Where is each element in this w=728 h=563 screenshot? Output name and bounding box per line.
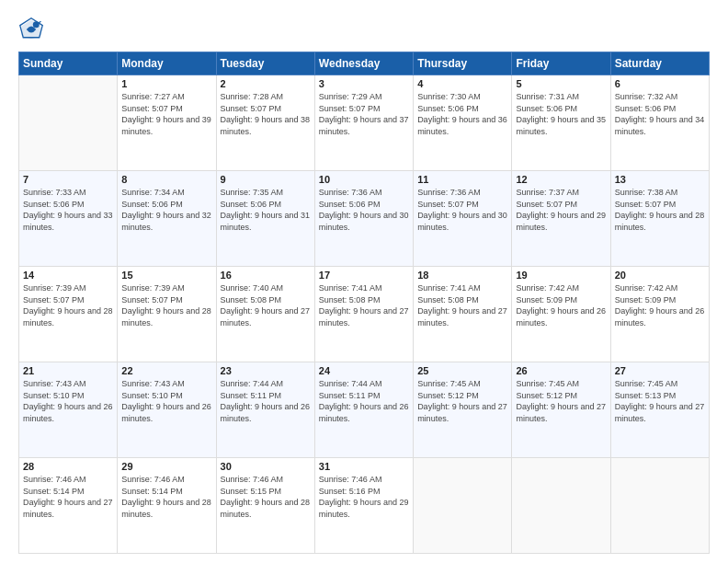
calendar-table: SundayMondayTuesdayWednesdayThursdayFrid… — [18, 52, 710, 554]
day-number: 20 — [615, 270, 705, 281]
calendar-cell: 3Sunrise: 7:29 AMSunset: 5:07 PMDaylight… — [314, 75, 413, 171]
page: SundayMondayTuesdayWednesdayThursdayFrid… — [0, 0, 728, 563]
calendar-cell: 31Sunrise: 7:46 AMSunset: 5:16 PMDayligh… — [314, 458, 413, 554]
day-number: 23 — [221, 365, 311, 376]
calendar-cell: 15Sunrise: 7:39 AMSunset: 5:07 PMDayligh… — [118, 267, 216, 362]
day-number: 17 — [319, 270, 409, 281]
day-info: Sunrise: 7:43 AMSunset: 5:10 PMDaylight:… — [23, 378, 113, 424]
calendar-cell: 13Sunrise: 7:38 AMSunset: 5:07 PMDayligh… — [610, 171, 709, 267]
col-header-thursday: Thursday — [414, 52, 512, 75]
day-number: 11 — [417, 174, 507, 185]
calendar-cell: 7Sunrise: 7:33 AMSunset: 5:06 PMDaylight… — [19, 171, 118, 267]
day-number: 8 — [121, 174, 211, 185]
calendar-cell — [610, 458, 709, 554]
calendar-cell: 2Sunrise: 7:28 AMSunset: 5:07 PMDaylight… — [216, 75, 314, 171]
day-number: 9 — [221, 174, 311, 185]
day-number: 2 — [221, 78, 311, 89]
day-number: 19 — [516, 270, 606, 281]
calendar-cell — [19, 75, 118, 171]
day-info: Sunrise: 7:34 AMSunset: 5:06 PMDaylight:… — [121, 187, 211, 233]
calendar-cell: 20Sunrise: 7:42 AMSunset: 5:09 PMDayligh… — [610, 267, 709, 362]
logo-icon — [18, 17, 44, 42]
day-info: Sunrise: 7:35 AMSunset: 5:06 PMDaylight:… — [221, 187, 311, 233]
day-number: 25 — [417, 365, 507, 376]
day-number: 30 — [221, 461, 311, 472]
day-number: 29 — [121, 461, 211, 472]
calendar-cell: 30Sunrise: 7:46 AMSunset: 5:15 PMDayligh… — [216, 458, 314, 554]
day-info: Sunrise: 7:46 AMSunset: 5:15 PMDaylight:… — [221, 474, 311, 520]
calendar-cell: 1Sunrise: 7:27 AMSunset: 5:07 PMDaylight… — [118, 75, 216, 171]
day-info: Sunrise: 7:41 AMSunset: 5:08 PMDaylight:… — [319, 282, 409, 328]
day-number: 7 — [23, 174, 113, 185]
calendar-cell: 18Sunrise: 7:41 AMSunset: 5:08 PMDayligh… — [414, 267, 512, 362]
day-number: 3 — [319, 78, 409, 89]
calendar-cell: 10Sunrise: 7:36 AMSunset: 5:06 PMDayligh… — [314, 171, 413, 267]
header — [18, 17, 710, 42]
calendar-cell: 19Sunrise: 7:42 AMSunset: 5:09 PMDayligh… — [512, 267, 610, 362]
calendar-cell: 21Sunrise: 7:43 AMSunset: 5:10 PMDayligh… — [19, 362, 118, 458]
day-info: Sunrise: 7:45 AMSunset: 5:12 PMDaylight:… — [417, 378, 507, 424]
day-info: Sunrise: 7:31 AMSunset: 5:06 PMDaylight:… — [516, 91, 606, 137]
col-header-saturday: Saturday — [610, 52, 709, 75]
col-header-friday: Friday — [512, 52, 610, 75]
logo — [18, 17, 48, 42]
day-info: Sunrise: 7:44 AMSunset: 5:11 PMDaylight:… — [221, 378, 311, 424]
day-info: Sunrise: 7:38 AMSunset: 5:07 PMDaylight:… — [615, 187, 705, 233]
calendar-cell: 23Sunrise: 7:44 AMSunset: 5:11 PMDayligh… — [216, 362, 314, 458]
day-number: 15 — [121, 270, 211, 281]
calendar-cell: 28Sunrise: 7:46 AMSunset: 5:14 PMDayligh… — [19, 458, 118, 554]
calendar-cell: 17Sunrise: 7:41 AMSunset: 5:08 PMDayligh… — [314, 267, 413, 362]
day-number: 24 — [319, 365, 409, 376]
col-header-tuesday: Tuesday — [216, 52, 314, 75]
day-info: Sunrise: 7:45 AMSunset: 5:13 PMDaylight:… — [615, 378, 705, 424]
day-info: Sunrise: 7:29 AMSunset: 5:07 PMDaylight:… — [319, 91, 409, 137]
day-number: 18 — [417, 270, 507, 281]
calendar-cell: 11Sunrise: 7:36 AMSunset: 5:07 PMDayligh… — [414, 171, 512, 267]
calendar-cell: 27Sunrise: 7:45 AMSunset: 5:13 PMDayligh… — [610, 362, 709, 458]
day-info: Sunrise: 7:42 AMSunset: 5:09 PMDaylight:… — [516, 282, 606, 328]
day-number: 5 — [516, 78, 606, 89]
day-number: 10 — [319, 174, 409, 185]
col-header-sunday: Sunday — [19, 52, 118, 75]
calendar-cell: 29Sunrise: 7:46 AMSunset: 5:14 PMDayligh… — [118, 458, 216, 554]
calendar-cell: 22Sunrise: 7:43 AMSunset: 5:10 PMDayligh… — [118, 362, 216, 458]
calendar-cell: 12Sunrise: 7:37 AMSunset: 5:07 PMDayligh… — [512, 171, 610, 267]
col-header-monday: Monday — [118, 52, 216, 75]
day-info: Sunrise: 7:32 AMSunset: 5:06 PMDaylight:… — [615, 91, 705, 137]
day-number: 28 — [23, 461, 113, 472]
col-header-wednesday: Wednesday — [314, 52, 413, 75]
day-number: 16 — [221, 270, 311, 281]
calendar-cell — [414, 458, 512, 554]
day-number: 4 — [417, 78, 507, 89]
day-number: 6 — [615, 78, 705, 89]
day-number: 22 — [121, 365, 211, 376]
day-info: Sunrise: 7:46 AMSunset: 5:14 PMDaylight:… — [121, 474, 211, 520]
day-number: 31 — [319, 461, 409, 472]
day-info: Sunrise: 7:44 AMSunset: 5:11 PMDaylight:… — [319, 378, 409, 424]
calendar-cell: 26Sunrise: 7:45 AMSunset: 5:12 PMDayligh… — [512, 362, 610, 458]
day-info: Sunrise: 7:33 AMSunset: 5:06 PMDaylight:… — [23, 187, 113, 233]
calendar-cell: 5Sunrise: 7:31 AMSunset: 5:06 PMDaylight… — [512, 75, 610, 171]
calendar-cell: 9Sunrise: 7:35 AMSunset: 5:06 PMDaylight… — [216, 171, 314, 267]
day-info: Sunrise: 7:37 AMSunset: 5:07 PMDaylight:… — [516, 187, 606, 233]
day-number: 12 — [516, 174, 606, 185]
day-info: Sunrise: 7:36 AMSunset: 5:07 PMDaylight:… — [417, 187, 507, 233]
day-number: 1 — [121, 78, 211, 89]
day-number: 27 — [615, 365, 705, 376]
day-info: Sunrise: 7:39 AMSunset: 5:07 PMDaylight:… — [23, 282, 113, 328]
day-number: 21 — [23, 365, 113, 376]
day-info: Sunrise: 7:45 AMSunset: 5:12 PMDaylight:… — [516, 378, 606, 424]
calendar-cell: 4Sunrise: 7:30 AMSunset: 5:06 PMDaylight… — [414, 75, 512, 171]
day-number: 14 — [23, 270, 113, 281]
day-info: Sunrise: 7:41 AMSunset: 5:08 PMDaylight:… — [417, 282, 507, 328]
day-info: Sunrise: 7:43 AMSunset: 5:10 PMDaylight:… — [121, 378, 211, 424]
calendar-cell: 25Sunrise: 7:45 AMSunset: 5:12 PMDayligh… — [414, 362, 512, 458]
day-info: Sunrise: 7:28 AMSunset: 5:07 PMDaylight:… — [221, 91, 311, 137]
day-info: Sunrise: 7:30 AMSunset: 5:06 PMDaylight:… — [417, 91, 507, 137]
day-info: Sunrise: 7:42 AMSunset: 5:09 PMDaylight:… — [615, 282, 705, 328]
calendar-cell: 8Sunrise: 7:34 AMSunset: 5:06 PMDaylight… — [118, 171, 216, 267]
day-info: Sunrise: 7:27 AMSunset: 5:07 PMDaylight:… — [121, 91, 211, 137]
day-info: Sunrise: 7:46 AMSunset: 5:14 PMDaylight:… — [23, 474, 113, 520]
day-info: Sunrise: 7:39 AMSunset: 5:07 PMDaylight:… — [121, 282, 211, 328]
day-number: 13 — [615, 174, 705, 185]
